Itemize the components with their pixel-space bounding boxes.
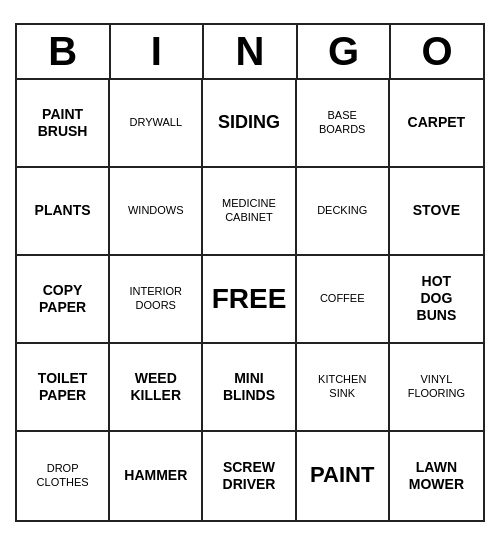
cell-text: FREE <box>212 282 287 316</box>
bingo-cell[interactable]: WINDOWS <box>110 168 203 256</box>
bingo-cell[interactable]: FREE <box>203 256 296 344</box>
cell-text: DECKING <box>317 204 367 217</box>
cell-text: PAINT <box>310 462 374 488</box>
cell-text: PAINTBRUSH <box>38 106 88 140</box>
cell-text: WEEDKILLER <box>131 370 182 404</box>
cell-text: BASEBOARDS <box>319 109 365 135</box>
cell-text: SCREWDRIVER <box>223 459 276 493</box>
bingo-cell[interactable]: SIDING <box>203 80 296 168</box>
header-letter: G <box>298 25 392 78</box>
header-letter: N <box>204 25 298 78</box>
cell-text: SIDING <box>218 112 280 134</box>
cell-text: KITCHENSINK <box>318 373 366 399</box>
bingo-cell[interactable]: HAMMER <box>110 432 203 520</box>
cell-text: HOTDOGBUNS <box>417 273 457 323</box>
bingo-cell[interactable]: STOVE <box>390 168 483 256</box>
bingo-cell[interactable]: PAINT <box>297 432 390 520</box>
bingo-cell[interactable]: LAWNMOWER <box>390 432 483 520</box>
cell-text: MINIBLINDS <box>223 370 275 404</box>
cell-text: MEDICINECABINET <box>222 197 276 223</box>
bingo-cell[interactable]: TOILETPAPER <box>17 344 110 432</box>
bingo-cell[interactable]: DRYWALL <box>110 80 203 168</box>
bingo-cell[interactable]: KITCHENSINK <box>297 344 390 432</box>
cell-text: DROPCLOTHES <box>37 462 89 488</box>
cell-text: COPYPAPER <box>39 282 86 316</box>
cell-text: HAMMER <box>124 467 187 484</box>
header-letter: O <box>391 25 483 78</box>
bingo-cell[interactable]: VINYLFLOORING <box>390 344 483 432</box>
bingo-header: BINGO <box>17 25 483 80</box>
cell-text: TOILETPAPER <box>38 370 88 404</box>
bingo-cell[interactable]: COPYPAPER <box>17 256 110 344</box>
cell-text: COFFEE <box>320 292 365 305</box>
bingo-cell[interactable]: PLANTS <box>17 168 110 256</box>
cell-text: INTERIORDOORS <box>130 285 183 311</box>
cell-text: LAWNMOWER <box>409 459 464 493</box>
cell-text: VINYLFLOORING <box>408 373 465 399</box>
bingo-grid: PAINTBRUSHDRYWALLSIDINGBASEBOARDSCARPETP… <box>17 80 483 520</box>
cell-text: PLANTS <box>35 202 91 219</box>
bingo-cell[interactable]: MINIBLINDS <box>203 344 296 432</box>
bingo-cell[interactable]: SCREWDRIVER <box>203 432 296 520</box>
bingo-cell[interactable]: INTERIORDOORS <box>110 256 203 344</box>
header-letter: I <box>111 25 205 78</box>
bingo-cell[interactable]: CARPET <box>390 80 483 168</box>
cell-text: DRYWALL <box>130 116 183 129</box>
header-letter: B <box>17 25 111 78</box>
bingo-cell[interactable]: MEDICINECABINET <box>203 168 296 256</box>
bingo-cell[interactable]: DROPCLOTHES <box>17 432 110 520</box>
cell-text: CARPET <box>408 114 466 131</box>
bingo-card: BINGO PAINTBRUSHDRYWALLSIDINGBASEBOARDSC… <box>15 23 485 522</box>
bingo-cell[interactable]: COFFEE <box>297 256 390 344</box>
bingo-cell[interactable]: WEEDKILLER <box>110 344 203 432</box>
bingo-cell[interactable]: BASEBOARDS <box>297 80 390 168</box>
bingo-cell[interactable]: PAINTBRUSH <box>17 80 110 168</box>
bingo-cell[interactable]: HOTDOGBUNS <box>390 256 483 344</box>
cell-text: STOVE <box>413 202 460 219</box>
cell-text: WINDOWS <box>128 204 184 217</box>
bingo-cell[interactable]: DECKING <box>297 168 390 256</box>
